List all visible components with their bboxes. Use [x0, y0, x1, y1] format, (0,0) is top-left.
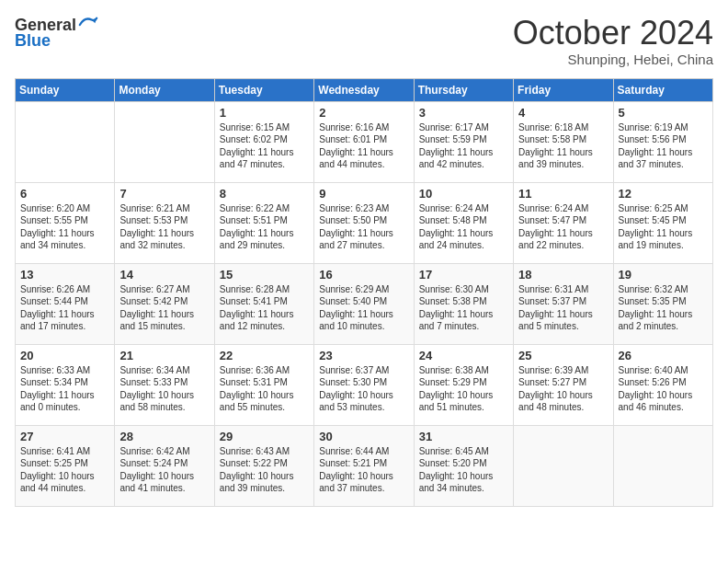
cell-content: Sunrise: 6:36 AM Sunset: 5:31 PM Dayligh…	[220, 364, 309, 414]
cell-content: Sunrise: 6:40 AM Sunset: 5:26 PM Dayligh…	[619, 364, 708, 414]
calendar-cell: 28Sunrise: 6:42 AM Sunset: 5:24 PM Dayli…	[115, 425, 214, 506]
calendar-cell: 22Sunrise: 6:36 AM Sunset: 5:31 PM Dayli…	[214, 344, 313, 425]
calendar-cell: 31Sunrise: 6:45 AM Sunset: 5:20 PM Dayli…	[414, 425, 513, 506]
day-number: 13	[20, 268, 109, 282]
day-number: 6	[20, 187, 109, 201]
calendar-cell: 17Sunrise: 6:30 AM Sunset: 5:38 PM Dayli…	[414, 263, 513, 344]
calendar-cell: 19Sunrise: 6:32 AM Sunset: 5:35 PM Dayli…	[613, 263, 712, 344]
cell-content: Sunrise: 6:30 AM Sunset: 5:38 PM Dayligh…	[419, 283, 508, 333]
cell-content: Sunrise: 6:41 AM Sunset: 5:25 PM Dayligh…	[20, 445, 109, 495]
cell-content: Sunrise: 6:25 AM Sunset: 5:45 PM Dayligh…	[619, 202, 708, 252]
day-number: 22	[220, 349, 309, 362]
cell-content: Sunrise: 6:19 AM Sunset: 5:56 PM Dayligh…	[619, 121, 708, 171]
day-number: 21	[119, 349, 209, 362]
day-number: 12	[619, 187, 708, 201]
cell-content: Sunrise: 6:22 AM Sunset: 5:51 PM Dayligh…	[220, 202, 309, 252]
cell-content: Sunrise: 6:39 AM Sunset: 5:27 PM Dayligh…	[518, 364, 608, 414]
cell-content: Sunrise: 6:20 AM Sunset: 5:55 PM Dayligh…	[20, 202, 109, 252]
cell-content: Sunrise: 6:24 AM Sunset: 5:48 PM Dayligh…	[419, 202, 508, 252]
cell-content: Sunrise: 6:33 AM Sunset: 5:34 PM Dayligh…	[20, 364, 109, 414]
day-number: 23	[319, 349, 408, 362]
day-number: 15	[220, 268, 309, 282]
calendar-cell	[613, 425, 712, 506]
calendar-week-row: 27Sunrise: 6:41 AM Sunset: 5:25 PM Dayli…	[16, 425, 713, 506]
cell-content: Sunrise: 6:32 AM Sunset: 5:35 PM Dayligh…	[619, 283, 708, 333]
day-number: 16	[319, 268, 408, 282]
cell-content: Sunrise: 6:15 AM Sunset: 6:02 PM Dayligh…	[220, 121, 309, 171]
calendar-week-row: 6Sunrise: 6:20 AM Sunset: 5:55 PM Daylig…	[16, 182, 713, 263]
cell-content: Sunrise: 6:16 AM Sunset: 6:01 PM Dayligh…	[319, 121, 408, 171]
day-number: 18	[518, 268, 608, 282]
day-number: 20	[20, 349, 109, 362]
cell-content: Sunrise: 6:29 AM Sunset: 5:40 PM Dayligh…	[319, 283, 408, 333]
page-header: General Blue October 2024 Shunping, Hebe…	[15, 15, 713, 67]
calendar-cell: 21Sunrise: 6:34 AM Sunset: 5:33 PM Dayli…	[115, 344, 214, 425]
calendar-week-row: 20Sunrise: 6:33 AM Sunset: 5:34 PM Dayli…	[16, 344, 713, 425]
day-number: 28	[119, 430, 209, 443]
calendar-cell: 12Sunrise: 6:25 AM Sunset: 5:45 PM Dayli…	[613, 182, 712, 263]
day-number: 31	[419, 430, 508, 443]
weekday-header: Friday	[514, 78, 613, 101]
calendar-cell: 27Sunrise: 6:41 AM Sunset: 5:25 PM Dayli…	[16, 425, 115, 506]
calendar-cell: 20Sunrise: 6:33 AM Sunset: 5:34 PM Dayli…	[16, 344, 115, 425]
day-number: 27	[20, 430, 109, 443]
calendar-cell: 8Sunrise: 6:22 AM Sunset: 5:51 PM Daylig…	[214, 182, 313, 263]
weekday-header: Saturday	[613, 78, 712, 101]
calendar-week-row: 1Sunrise: 6:15 AM Sunset: 6:02 PM Daylig…	[16, 101, 713, 182]
weekday-header: Thursday	[414, 78, 513, 101]
day-number: 7	[119, 187, 209, 201]
cell-content: Sunrise: 6:37 AM Sunset: 5:30 PM Dayligh…	[319, 364, 408, 414]
logo: General Blue	[15, 15, 98, 51]
calendar-cell: 4Sunrise: 6:18 AM Sunset: 5:58 PM Daylig…	[514, 101, 613, 182]
weekday-header: Sunday	[16, 78, 115, 101]
weekday-header: Tuesday	[214, 78, 313, 101]
day-number: 30	[319, 430, 408, 443]
calendar-cell: 29Sunrise: 6:43 AM Sunset: 5:22 PM Dayli…	[214, 425, 313, 506]
cell-content: Sunrise: 6:44 AM Sunset: 5:21 PM Dayligh…	[319, 445, 408, 495]
calendar-cell: 13Sunrise: 6:26 AM Sunset: 5:44 PM Dayli…	[16, 263, 115, 344]
calendar-cell: 16Sunrise: 6:29 AM Sunset: 5:40 PM Dayli…	[314, 263, 414, 344]
calendar-week-row: 13Sunrise: 6:26 AM Sunset: 5:44 PM Dayli…	[16, 263, 713, 344]
calendar-cell: 10Sunrise: 6:24 AM Sunset: 5:48 PM Dayli…	[414, 182, 513, 263]
calendar-cell: 23Sunrise: 6:37 AM Sunset: 5:30 PM Dayli…	[314, 344, 414, 425]
cell-content: Sunrise: 6:34 AM Sunset: 5:33 PM Dayligh…	[119, 364, 209, 414]
day-number: 10	[419, 187, 508, 201]
cell-content: Sunrise: 6:43 AM Sunset: 5:22 PM Dayligh…	[220, 445, 309, 495]
day-number: 9	[319, 187, 408, 201]
cell-content: Sunrise: 6:24 AM Sunset: 5:47 PM Dayligh…	[518, 202, 608, 252]
cell-content: Sunrise: 6:38 AM Sunset: 5:29 PM Dayligh…	[419, 364, 508, 414]
title-block: October 2024 Shunping, Hebei, China	[513, 15, 713, 67]
calendar-cell	[115, 101, 214, 182]
cell-content: Sunrise: 6:27 AM Sunset: 5:42 PM Dayligh…	[119, 283, 209, 333]
cell-content: Sunrise: 6:23 AM Sunset: 5:50 PM Dayligh…	[319, 202, 408, 252]
calendar-cell: 15Sunrise: 6:28 AM Sunset: 5:41 PM Dayli…	[214, 263, 313, 344]
logo-blue: Blue	[15, 31, 51, 51]
calendar-cell: 24Sunrise: 6:38 AM Sunset: 5:29 PM Dayli…	[414, 344, 513, 425]
day-number: 4	[518, 106, 608, 120]
calendar-cell: 1Sunrise: 6:15 AM Sunset: 6:02 PM Daylig…	[214, 101, 313, 182]
logo-icon	[78, 15, 98, 35]
day-number: 24	[419, 349, 508, 362]
cell-content: Sunrise: 6:28 AM Sunset: 5:41 PM Dayligh…	[220, 283, 309, 333]
calendar-cell: 25Sunrise: 6:39 AM Sunset: 5:27 PM Dayli…	[514, 344, 613, 425]
calendar-cell: 9Sunrise: 6:23 AM Sunset: 5:50 PM Daylig…	[314, 182, 414, 263]
location-title: Shunping, Hebei, China	[513, 52, 713, 67]
cell-content: Sunrise: 6:31 AM Sunset: 5:37 PM Dayligh…	[518, 283, 608, 333]
calendar-cell: 5Sunrise: 6:19 AM Sunset: 5:56 PM Daylig…	[613, 101, 712, 182]
cell-content: Sunrise: 6:18 AM Sunset: 5:58 PM Dayligh…	[518, 121, 608, 171]
day-number: 11	[518, 187, 608, 201]
calendar-cell	[16, 101, 115, 182]
day-number: 3	[419, 106, 508, 120]
cell-content: Sunrise: 6:26 AM Sunset: 5:44 PM Dayligh…	[20, 283, 109, 333]
calendar-table: SundayMondayTuesdayWednesdayThursdayFrid…	[15, 78, 713, 507]
cell-content: Sunrise: 6:17 AM Sunset: 5:59 PM Dayligh…	[419, 121, 508, 171]
day-number: 25	[518, 349, 608, 362]
calendar-cell	[514, 425, 613, 506]
calendar-cell: 3Sunrise: 6:17 AM Sunset: 5:59 PM Daylig…	[414, 101, 513, 182]
day-number: 29	[220, 430, 309, 443]
day-number: 2	[319, 106, 408, 120]
calendar-cell: 18Sunrise: 6:31 AM Sunset: 5:37 PM Dayli…	[514, 263, 613, 344]
cell-content: Sunrise: 6:21 AM Sunset: 5:53 PM Dayligh…	[119, 202, 209, 252]
cell-content: Sunrise: 6:45 AM Sunset: 5:20 PM Dayligh…	[419, 445, 508, 495]
calendar-cell: 2Sunrise: 6:16 AM Sunset: 6:01 PM Daylig…	[314, 101, 414, 182]
